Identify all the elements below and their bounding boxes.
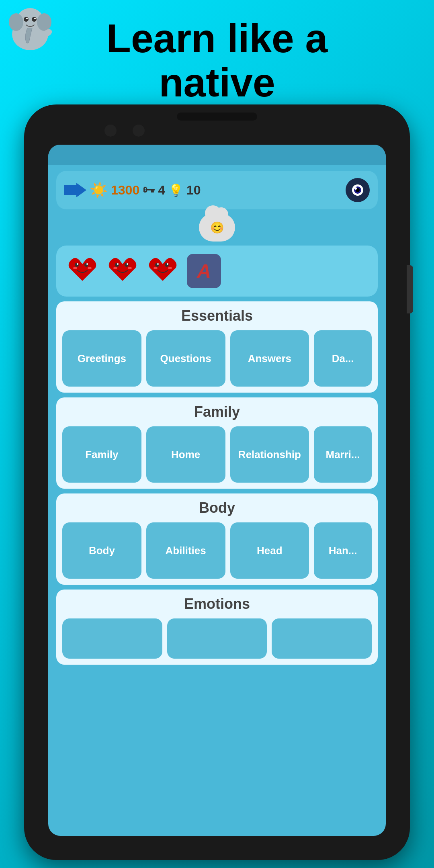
camera-right bbox=[133, 125, 145, 137]
svg-point-15 bbox=[75, 263, 79, 267]
phone-bezel: ☀️ 1300 🗝 4 💡 10 bbox=[24, 104, 410, 860]
svg-point-23 bbox=[117, 263, 119, 265]
back-arrows-icon[interactable] bbox=[64, 182, 86, 198]
cloud-mascot-area: 😊 bbox=[48, 213, 386, 242]
svg-point-25 bbox=[113, 267, 117, 269]
bulb-icon: 💡 bbox=[168, 183, 183, 197]
sun-stat: ☀️ 1300 bbox=[90, 182, 139, 199]
category-item-emotion-3[interactable] bbox=[272, 618, 372, 659]
svg-point-30 bbox=[167, 263, 168, 265]
family-title: Family bbox=[62, 403, 372, 420]
letter-box-a[interactable]: A bbox=[187, 254, 221, 288]
category-item-abilities[interactable]: Abilities bbox=[146, 522, 225, 579]
side-button bbox=[407, 265, 413, 313]
svg-point-6 bbox=[26, 18, 28, 19]
heart-1 bbox=[66, 253, 98, 289]
category-item-marriage[interactable]: Marri... bbox=[314, 426, 372, 483]
essentials-grid: Greetings Questions Answers Da... bbox=[62, 330, 372, 387]
svg-point-7 bbox=[34, 18, 36, 19]
category-item-relationship[interactable]: Relationship bbox=[230, 426, 309, 483]
category-item-head[interactable]: Head bbox=[230, 522, 309, 579]
svg-marker-9 bbox=[64, 183, 86, 197]
category-item-hands[interactable]: Han... bbox=[314, 522, 372, 579]
status-bar bbox=[48, 145, 386, 165]
key-stat: 🗝 4 bbox=[143, 183, 165, 198]
svg-point-18 bbox=[86, 263, 88, 265]
svg-point-2 bbox=[9, 13, 23, 31]
essentials-section: Essentials Greetings Questions Answers D… bbox=[56, 301, 378, 393]
cloud-mascot: 😊 bbox=[199, 213, 235, 242]
body-title: Body bbox=[62, 500, 372, 516]
header-title: Learn like a native bbox=[106, 16, 328, 104]
svg-point-22 bbox=[125, 263, 129, 267]
svg-point-17 bbox=[77, 263, 78, 265]
camera-left bbox=[104, 125, 117, 137]
emotions-title: Emotions bbox=[62, 596, 372, 612]
sun-icon: ☀️ bbox=[90, 182, 108, 199]
heart-3 bbox=[147, 253, 179, 289]
header-area: Learn like a native bbox=[0, 0, 434, 113]
phone-screen: ☀️ 1300 🗝 4 💡 10 bbox=[48, 145, 386, 836]
svg-point-31 bbox=[154, 267, 158, 269]
category-item-greetings[interactable]: Greetings bbox=[62, 330, 141, 387]
phone-notch bbox=[177, 113, 257, 121]
svg-point-28 bbox=[165, 263, 169, 267]
svg-point-4 bbox=[24, 17, 29, 22]
category-item-answers[interactable]: Answers bbox=[230, 330, 309, 387]
family-section: Family Family Home Relationship Marri... bbox=[56, 397, 378, 489]
stats-bar: ☀️ 1300 🗝 4 💡 10 bbox=[56, 171, 378, 209]
category-item-emotion-2[interactable] bbox=[167, 618, 267, 659]
emotions-section: Emotions bbox=[56, 590, 378, 665]
bulb-stat: 💡 10 bbox=[168, 183, 201, 198]
sun-value: 1300 bbox=[111, 183, 139, 198]
svg-point-24 bbox=[127, 263, 128, 265]
svg-point-27 bbox=[155, 263, 159, 267]
category-item-questions[interactable]: Questions bbox=[146, 330, 225, 387]
cloud-face: 😊 bbox=[210, 221, 224, 234]
heart-2 bbox=[106, 253, 139, 289]
eye-button[interactable] bbox=[346, 178, 370, 202]
svg-point-5 bbox=[32, 17, 37, 22]
svg-point-16 bbox=[84, 263, 88, 267]
hearts-bar: A bbox=[56, 246, 378, 297]
bulb-value: 10 bbox=[186, 183, 201, 198]
svg-point-32 bbox=[168, 267, 172, 269]
category-item-family[interactable]: Family bbox=[62, 426, 141, 483]
body-section: Body Body Abilities Head Han... bbox=[56, 493, 378, 585]
svg-point-14 bbox=[354, 187, 357, 190]
emotions-grid bbox=[62, 618, 372, 659]
category-item-emotion-1[interactable] bbox=[62, 618, 162, 659]
family-grid: Family Home Relationship Marri... bbox=[62, 426, 372, 483]
stats-left-group: ☀️ 1300 🗝 4 💡 10 bbox=[64, 182, 201, 199]
svg-point-19 bbox=[73, 267, 77, 269]
category-item-body[interactable]: Body bbox=[62, 522, 141, 579]
key-value: 4 bbox=[158, 183, 165, 198]
svg-point-26 bbox=[128, 267, 132, 269]
svg-point-29 bbox=[157, 263, 159, 265]
body-grid: Body Abilities Head Han... bbox=[62, 522, 372, 579]
svg-point-20 bbox=[88, 267, 92, 269]
mascot-elephant bbox=[4, 4, 56, 56]
svg-point-3 bbox=[37, 13, 51, 31]
key-icon: 🗝 bbox=[143, 183, 155, 197]
category-item-days[interactable]: Da... bbox=[314, 330, 372, 387]
svg-point-21 bbox=[115, 263, 119, 267]
category-item-home[interactable]: Home bbox=[146, 426, 225, 483]
essentials-title: Essentials bbox=[62, 307, 372, 324]
